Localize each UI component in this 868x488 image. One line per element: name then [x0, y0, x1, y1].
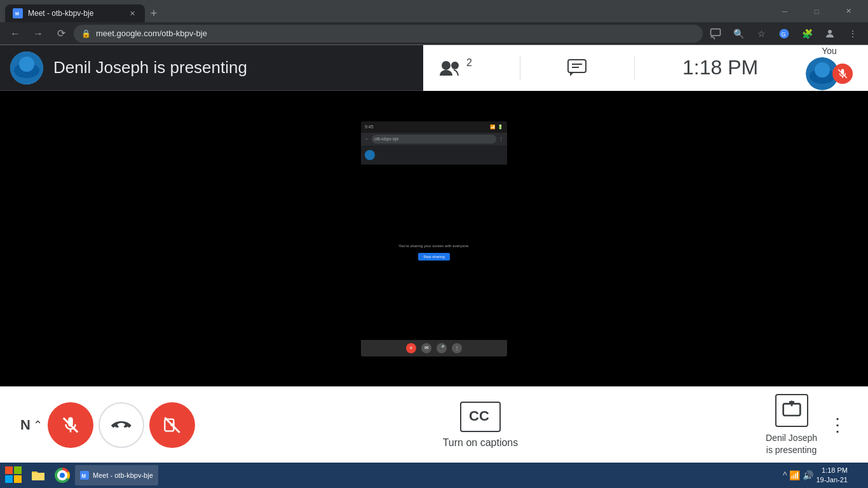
participants-button[interactable]: 2 — [438, 59, 472, 77]
address-bar: ← → ⟳ 🔒 meet.google.com/otb-kbpv-bje 🔍 ☆… — [0, 22, 868, 45]
taskbar-right: ^ 📶 🔊 1:18 PM 19-Jan-21 — [783, 464, 865, 487]
close-button[interactable]: ✕ — [834, 1, 863, 22]
svg-rect-2 — [711, 29, 721, 36]
you-section: You — [806, 46, 853, 90]
mic-options-button[interactable]: ⌃ — [33, 418, 43, 432]
svg-text:M: M — [15, 11, 19, 16]
chrome-button[interactable] — [51, 464, 74, 487]
svg-point-28 — [60, 473, 65, 478]
presenter-avatar — [10, 51, 43, 85]
you-label: You — [822, 46, 837, 56]
sharing-text: You're sharing your screen with everyone… — [392, 244, 475, 248]
taskbar: M Meet - otb-kbpv-bje ^ 📶 🔊 1:18 PM 19-J… — [0, 463, 868, 488]
svg-text:G: G — [782, 30, 786, 37]
mic-label-n: N — [20, 417, 31, 433]
more-options-button[interactable]: ⋮ — [827, 405, 848, 445]
show-desktop-button[interactable] — [850, 464, 865, 487]
meet-taskbar-app[interactable]: M Meet - otb-kbpv-bje — [75, 465, 158, 485]
clock-time: 1:18 PM — [816, 466, 848, 475]
url-text: meet.google.com/otb-kbpv-bje — [96, 29, 207, 38]
start-button[interactable] — [3, 464, 25, 487]
header-right: 2 1:18 PM You — [423, 45, 868, 91]
bookmark-icon[interactable]: ☆ — [751, 24, 771, 44]
stop-sharing-button[interactable]: Stop sharing — [418, 253, 450, 261]
presenter-title: Denil Joseph is presenting — [53, 58, 247, 78]
controls-right: Denil Joseph is presenting ⋮ — [766, 394, 848, 455]
clock: 1:18 PM 19-Jan-21 — [816, 466, 848, 485]
menu-icon[interactable]: ⋮ — [843, 24, 863, 44]
tab-favicon: M — [13, 8, 23, 18]
network-icon[interactable]: 📶 — [789, 470, 800, 480]
present-label: Denil Joseph is presenting — [766, 432, 817, 455]
presentation-area: 9:45 📶🔋 ← otb-kbpv-bje ⋮ You're sharin — [0, 91, 868, 386]
svg-point-5 — [828, 30, 832, 34]
back-button[interactable]: ← — [5, 24, 25, 44]
svg-text:CC: CC — [469, 408, 489, 424]
tab-close-button[interactable]: ✕ — [127, 8, 137, 18]
screen-share-preview: 9:45 📶🔋 ← otb-kbpv-bje ⋮ You're sharin — [361, 121, 507, 356]
meet-header: Denil Joseph is presenting 2 1:18 PM — [0, 45, 868, 91]
svg-point-8 — [19, 57, 34, 72]
zoom-icon[interactable]: 🔍 — [728, 24, 749, 44]
svg-rect-26 — [14, 475, 22, 483]
controls-center: CC Turn on captions — [443, 402, 519, 449]
svg-text:M: M — [81, 473, 86, 479]
video-off-button[interactable] — [149, 402, 195, 448]
reload-button[interactable]: ⟳ — [51, 24, 71, 44]
minimize-button[interactable]: ─ — [770, 1, 799, 22]
svg-point-16 — [815, 62, 830, 78]
divider-1 — [520, 55, 520, 81]
forward-button[interactable]: → — [28, 24, 48, 44]
svg-rect-24 — [14, 466, 22, 474]
taskbar-left: M Meet - otb-kbpv-bje — [3, 464, 158, 487]
svg-rect-25 — [5, 475, 13, 483]
captions-button[interactable]: CC Turn on captions — [443, 402, 519, 449]
file-explorer-button[interactable] — [27, 464, 50, 487]
clock-date: 19-Jan-21 — [816, 475, 848, 485]
controls-left: N ⌃ — [20, 402, 195, 448]
maximize-button[interactable]: □ — [802, 1, 831, 22]
end-call-button[interactable] — [98, 402, 144, 448]
tab-title: Meet - otb-kbpv-bje — [28, 9, 122, 18]
system-tray: ^ 📶 🔊 — [783, 470, 814, 480]
meet-controls: N ⌃ — [0, 386, 868, 463]
url-bar[interactable]: 🔒 meet.google.com/otb-kbpv-bje — [74, 25, 703, 43]
participants-count: 2 — [466, 57, 472, 69]
lock-icon: 🔒 — [81, 29, 91, 38]
divider-2 — [634, 55, 635, 81]
svg-rect-11 — [568, 60, 586, 72]
mute-button[interactable] — [48, 402, 93, 448]
present-now-button[interactable]: Denil Joseph is presenting — [766, 394, 817, 455]
chat-button[interactable] — [567, 59, 587, 77]
header-left: Denil Joseph is presenting — [0, 51, 423, 85]
extensions-icon[interactable]: 🧩 — [797, 24, 817, 44]
svg-point-10 — [451, 62, 459, 69]
captions-label: Turn on captions — [443, 437, 519, 449]
google-account-icon[interactable]: G — [774, 24, 794, 44]
cast-icon[interactable] — [705, 24, 726, 44]
svg-rect-23 — [5, 466, 13, 474]
active-tab[interactable]: M Meet - otb-kbpv-bje ✕ — [5, 4, 145, 22]
volume-icon[interactable]: 🔊 — [803, 470, 813, 480]
show-hidden-icon[interactable]: ^ — [783, 470, 787, 480]
profile-icon[interactable] — [820, 24, 840, 44]
time-display: 1:18 PM — [682, 56, 758, 79]
new-tab-button[interactable]: + — [145, 4, 163, 22]
svg-point-9 — [442, 61, 451, 70]
